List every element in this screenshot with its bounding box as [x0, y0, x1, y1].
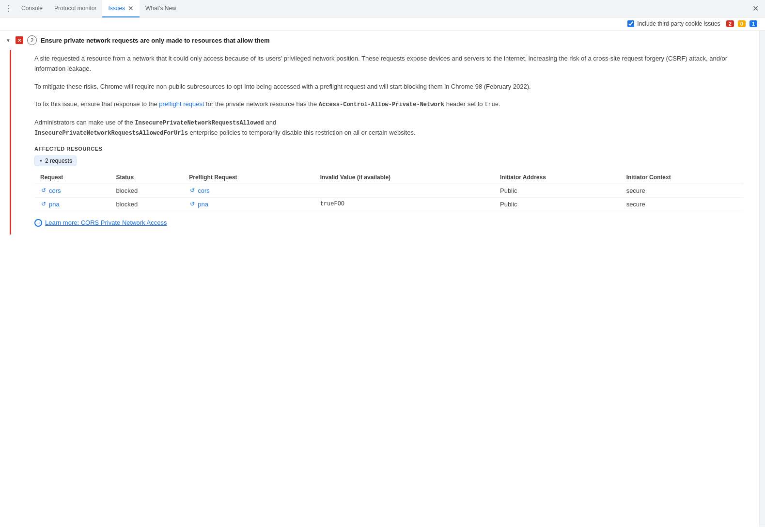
issue-counts: 2 0 1 [726, 20, 757, 27]
toolbar-row: Include third-party cookie issues 2 0 1 [0, 17, 765, 31]
tab-issues[interactable]: Issues ✕ [102, 0, 140, 17]
access-control-header-code: Access-Control-Allow-Private-Network [319, 101, 444, 108]
info-count-badge: 1 [749, 20, 757, 27]
third-party-cookie-checkbox[interactable] [627, 20, 634, 27]
table-row: ↺ cors blocked ↺ cors Public [34, 184, 744, 197]
reload-icon: ↺ [40, 187, 47, 194]
issue-description-2: To mitigate these risks, Chrome will req… [34, 82, 744, 92]
issue-description-4: Administrators can make use of the Insec… [34, 118, 744, 138]
preflight-request-link[interactable]: preflight request [159, 100, 204, 108]
close-devtools-button[interactable]: ✕ [749, 3, 761, 15]
col-header-invalid-value: Invalid Value (if available) [314, 171, 494, 184]
tab-bar: ⋮ Console Protocol monitor Issues ✕ What… [0, 0, 765, 17]
status-cell-pna: blocked [110, 197, 183, 211]
tab-console[interactable]: Console [16, 0, 48, 17]
insecure-policy-code-2: InsecurePrivateNetworkRequestsAllowedFor… [34, 130, 188, 137]
request-link-cors[interactable]: ↺ cors [40, 187, 104, 194]
affected-resources-title: AFFECTED RESOURCES [34, 146, 744, 152]
error-type-icon: ✕ [16, 36, 23, 44]
col-header-request: Request [34, 171, 110, 184]
col-header-preflight: Preflight Request [183, 171, 314, 184]
expand-chevron-icon: ▼ [6, 38, 12, 43]
warning-count-badge: 0 [738, 20, 746, 27]
error-count-badge: 2 [726, 20, 734, 27]
issue-description-1: A site requested a resource from a netwo… [34, 54, 744, 74]
learn-more-arrow-icon: → [34, 219, 42, 227]
learn-more-link[interactable]: Learn more: CORS Private Network Access [45, 219, 167, 226]
initiator-context-cell-pna: secure [621, 197, 744, 211]
invalid-value-cell-pna: trueFOO [314, 197, 494, 211]
learn-more: → Learn more: CORS Private Network Acces… [34, 219, 744, 227]
status-cell-cors: blocked [110, 184, 183, 197]
requests-chevron-icon: ▼ [39, 158, 43, 163]
table-row: ↺ pna blocked ↺ pna trueFOO Publ [34, 197, 744, 211]
more-tabs-button[interactable]: ⋮ [2, 2, 16, 16]
reload-icon-2: ↺ [189, 187, 196, 194]
initiator-address-cell-pna: Public [494, 197, 621, 211]
col-header-initiator-address: Initiator Address [494, 171, 621, 184]
preflight-link-pna[interactable]: ↺ pna [189, 201, 308, 208]
issue-title: Ensure private network requests are only… [41, 37, 269, 44]
request-link-pna[interactable]: ↺ pna [40, 201, 104, 208]
col-header-initiator-context: Initiator Context [621, 171, 744, 184]
table-header-row: Request Status Preflight Request Invalid… [34, 171, 744, 184]
preflight-cell-cors: ↺ cors [183, 184, 314, 197]
issue-description-3: To fix this issue, ensure that response … [34, 99, 744, 110]
requests-toggle[interactable]: ▼ 2 requests [34, 156, 77, 166]
true-value-code: true [484, 101, 499, 108]
insecure-policy-code-1: InsecurePrivateNetworkRequestsAllowed [135, 120, 264, 126]
preflight-link-cors[interactable]: ↺ cors [189, 187, 308, 194]
reload-icon-4: ↺ [189, 201, 196, 207]
issues-panel: ▼ ✕ 2 Ensure private network requests ar… [0, 31, 759, 527]
tab-whats-new[interactable]: What's New [140, 0, 182, 17]
initiator-address-cell-cors: Public [494, 184, 621, 197]
requests-table: Request Status Preflight Request Invalid… [34, 171, 744, 211]
request-cell-pna: ↺ pna [34, 197, 110, 211]
reload-icon-3: ↺ [40, 201, 47, 207]
scrollbar-area[interactable] [759, 31, 765, 527]
issue-count-circle: 2 [27, 35, 37, 45]
tab-protocol-monitor[interactable]: Protocol monitor [48, 0, 102, 17]
initiator-context-cell-cors: secure [621, 184, 744, 197]
invalid-value-cell-cors [314, 184, 494, 197]
col-header-status: Status [110, 171, 183, 184]
main-content: ▼ ✕ 2 Ensure private network requests ar… [0, 31, 765, 527]
preflight-cell-pna: ↺ pna [183, 197, 314, 211]
request-cell-cors: ↺ cors [34, 184, 110, 197]
issue-detail: A site requested a resource from a netwo… [10, 50, 751, 235]
third-party-cookie-toggle[interactable]: Include third-party cookie issues [627, 20, 720, 27]
close-tab-icon[interactable]: ✕ [128, 5, 134, 12]
issue-group-header[interactable]: ▼ ✕ 2 Ensure private network requests ar… [0, 31, 759, 50]
